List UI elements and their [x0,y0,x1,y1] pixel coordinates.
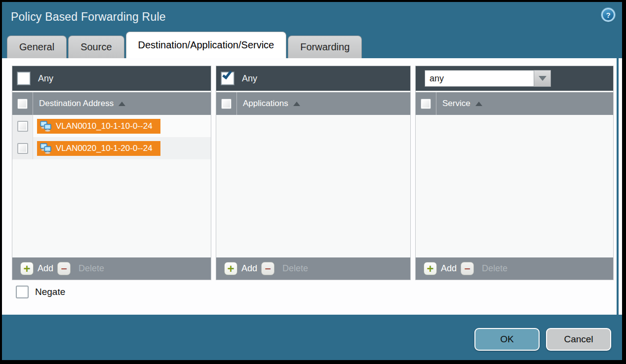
column-header-label: Applications [243,99,300,109]
delete-icon[interactable] [57,262,71,275]
add-button[interactable]: Add [241,263,257,274]
applications-footer-bar: Add Delete [216,257,410,280]
address-object-label: VLAN0020_10-1-20-0--24 [56,144,153,153]
service-dropdown-value[interactable]: any [425,70,534,87]
service-footer-bar: Add Delete [416,257,613,280]
service-list [416,115,613,257]
column-header-label: Service [442,99,482,109]
content-right-accent [617,58,619,315]
column-header-label: Destination Address [39,99,125,109]
row-checkbox-cell [12,115,33,137]
applications-panel: Any Applications Add D [216,66,411,280]
network-address-icon [39,143,52,154]
destination-footer-bar: Add Delete [12,257,211,280]
network-address-icon [39,120,52,132]
negate-row: Negate [16,286,65,298]
negate-checkbox[interactable] [16,286,29,298]
address-object-chip[interactable]: VLAN0020_10-1-20-0--24 [37,141,160,156]
select-all-checkbox[interactable] [221,99,232,109]
row-checkbox-cell [12,137,33,159]
title-bar: Policy Based Forwarding Rule [2,2,622,32]
cancel-button[interactable]: Cancel [546,328,611,351]
tab-forwarding[interactable]: Forwarding [288,36,362,58]
row-checkbox[interactable] [17,121,28,132]
add-icon[interactable] [424,262,437,275]
service-dropdown[interactable]: any [425,70,551,87]
help-icon[interactable] [601,8,615,22]
header-checkbox-cell [416,92,436,115]
destination-any-label: Any [38,73,53,84]
sort-ascending-icon [293,102,300,106]
address-object-chip[interactable]: VLAN0010_10-1-10-0--24 [37,119,160,134]
dialog-footer: OK Cancel [2,315,622,360]
negate-label: Negate [35,287,65,297]
tab-source[interactable]: Source [68,36,124,58]
tab-content: Any Destination Address [2,58,622,315]
check-icon [222,69,232,79]
destination-address-list: VLAN0010_10-1-10-0--24 VLAN0020_10-1-20-… [12,115,211,257]
add-icon[interactable] [224,262,237,275]
applications-any-label: Any [242,73,257,84]
row-checkbox[interactable] [17,143,28,154]
service-panel: any Service [415,66,614,280]
sort-ascending-icon [118,102,125,106]
applications-any-bar: Any [216,66,410,91]
delete-button: Delete [482,263,508,274]
service-dropdown-bar: any [416,66,613,91]
address-object-label: VLAN0010_10-1-10-0--24 [56,121,153,131]
add-button[interactable]: Add [441,263,457,274]
tab-destination-application-service[interactable]: Destination/Application/Service [126,32,287,58]
header-checkbox-cell [216,92,237,115]
destination-address-panel: Any Destination Address [12,66,211,280]
policy-based-forwarding-dialog: Policy Based Forwarding Rule General Sou… [0,0,626,364]
applications-column-header[interactable]: Applications [216,92,410,115]
columns-container: Any Destination Address [12,66,614,280]
ok-button[interactable]: OK [474,328,540,351]
select-all-checkbox[interactable] [421,99,431,109]
table-row[interactable]: VLAN0010_10-1-10-0--24 [12,115,211,137]
delete-icon[interactable] [461,262,474,275]
select-all-checkbox[interactable] [17,99,28,109]
delete-button: Delete [78,263,104,274]
destination-any-checkbox[interactable] [17,72,30,85]
destination-any-bar: Any [12,66,211,91]
tab-general[interactable]: General [7,36,67,58]
add-button[interactable]: Add [38,263,53,274]
chevron-down-icon [539,76,547,81]
dropdown-button[interactable] [534,70,551,87]
tab-bar: General Source Destination/Application/S… [2,32,622,58]
service-column-header[interactable]: Service [416,92,613,115]
applications-any-checkbox[interactable] [221,72,234,85]
page-title: Policy Based Forwarding Rule [11,10,166,24]
add-icon[interactable] [20,262,34,275]
destination-column-header[interactable]: Destination Address [12,92,211,115]
delete-icon[interactable] [261,262,274,275]
sort-ascending-icon [475,102,482,106]
applications-list [216,115,410,257]
table-row[interactable]: VLAN0020_10-1-20-0--24 [12,137,211,159]
delete-button: Delete [282,263,308,274]
header-checkbox-cell [12,92,33,115]
